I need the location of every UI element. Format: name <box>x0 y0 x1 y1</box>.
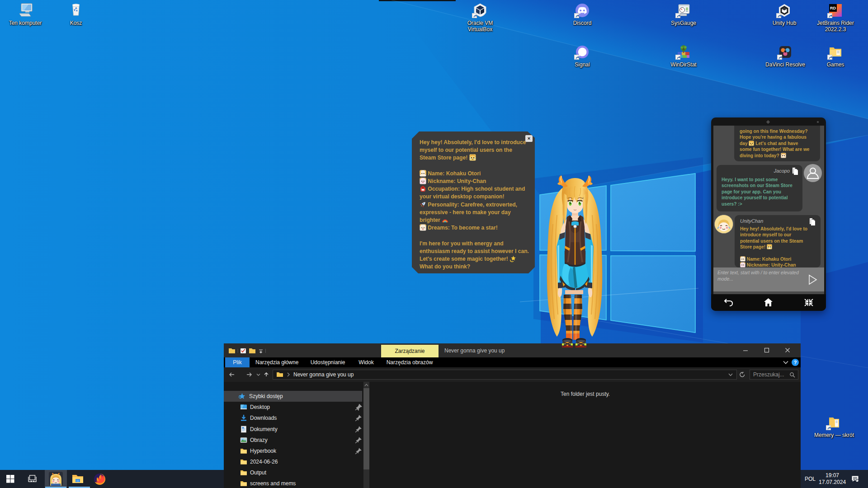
svg-text:RD: RD <box>830 6 836 10</box>
